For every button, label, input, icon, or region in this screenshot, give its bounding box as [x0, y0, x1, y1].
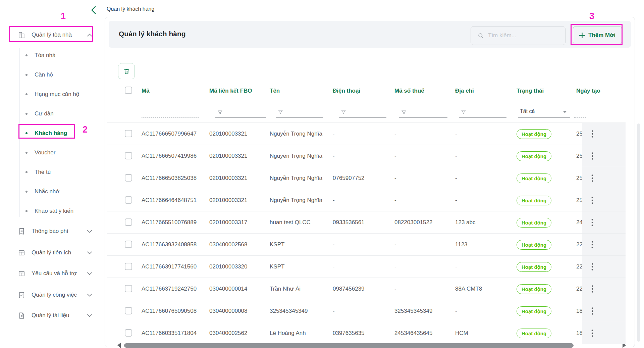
- sidebar-subitem[interactable]: Nhắc nhở: [0, 182, 100, 201]
- row-menu-button[interactable]: [582, 145, 626, 167]
- document-check-icon: [17, 291, 25, 299]
- row-menu-button[interactable]: [582, 278, 626, 300]
- table-row: AC117660335171804030400002562Lê Hoàng An…: [107, 322, 626, 344]
- row-menu-button[interactable]: [582, 256, 626, 278]
- row-checkbox[interactable]: [125, 329, 132, 337]
- row-menu-button[interactable]: [582, 300, 626, 322]
- app-screen: Quản lý tòa nhà Tòa nhàCăn hộHạng mục că…: [0, 0, 644, 348]
- cell-code: AC117666507996647: [142, 123, 197, 145]
- sidebar-subitem[interactable]: Tòa nhà: [0, 46, 100, 65]
- bullet-icon: [25, 152, 28, 154]
- sidebar-item-fee-notice[interactable]: Thông báo phí: [0, 222, 100, 240]
- cell-status: Hoạt động: [517, 300, 551, 322]
- sidebar-subitem[interactable]: Cư dân: [0, 104, 100, 123]
- status-badge: Hoạt động: [517, 196, 551, 205]
- sidebar-subitem[interactable]: Khảo sát ý kiến: [0, 201, 100, 221]
- row-checkbox[interactable]: [125, 241, 132, 248]
- cell-fbo-link: 020100003321: [209, 189, 247, 211]
- cell-phone: -: [333, 123, 335, 145]
- cell-name: Nguyễn Trọng Nghĩa: [270, 145, 322, 167]
- cell-phone: 0987456239: [333, 278, 365, 300]
- cell-fbo-link: 020100003321: [209, 145, 247, 167]
- cell-address: 88A CMT8: [455, 278, 482, 300]
- search-icon: [478, 33, 484, 39]
- column-header: Mã: [142, 88, 150, 94]
- filter-funnel-icon: [401, 110, 407, 115]
- row-menu-button[interactable]: [582, 234, 626, 256]
- sidebar-subitem[interactable]: Căn hộ: [0, 65, 100, 85]
- cell-address: -: [455, 300, 457, 322]
- sidebar-item-task-management[interactable]: Quản lý công việc: [0, 286, 100, 304]
- column-filter-input[interactable]: [215, 103, 266, 118]
- scroll-left-arrow-icon[interactable]: [117, 343, 121, 348]
- row-checkbox[interactable]: [125, 307, 132, 314]
- column-filter-input[interactable]: [399, 103, 447, 118]
- row-checkbox[interactable]: [125, 152, 132, 159]
- sidebar-subitem[interactable]: Voucher: [0, 143, 100, 162]
- row-menu-button[interactable]: [582, 211, 626, 234]
- sidebar-item-label: Yêu cầu và hỗ trợ: [32, 270, 87, 277]
- horizontal-scrollbar-thumb[interactable]: [124, 343, 574, 348]
- vertical-scrollbar[interactable]: [637, 123, 640, 342]
- sidebar-collapse-button[interactable]: [89, 5, 99, 15]
- trash-icon: [123, 68, 130, 75]
- status-badge: Hoạt động: [517, 284, 551, 294]
- sidebar-top-divider: [0, 21, 100, 21]
- row-menu-button[interactable]: [582, 167, 626, 189]
- column-header: Mã số thuế: [394, 88, 424, 94]
- status-badge: Hoạt động: [517, 129, 551, 139]
- kebab-menu-icon: [591, 152, 593, 160]
- cell-code: AC117666507419986: [142, 145, 197, 167]
- cell-phone: -: [333, 300, 335, 322]
- cell-code: AC117666464648751: [142, 189, 197, 211]
- column-header: Tên: [270, 88, 280, 94]
- filter-funnel-icon: [217, 110, 223, 115]
- chevron-down-icon: [87, 251, 92, 254]
- row-menu-button[interactable]: [582, 123, 626, 145]
- row-checkbox[interactable]: [125, 196, 132, 204]
- sidebar-item-utility-management[interactable]: Quản lý tiện ích: [0, 244, 100, 262]
- row-checkbox[interactable]: [125, 285, 132, 292]
- cell-fbo-link: 030400000014: [209, 278, 247, 300]
- column-filter-input[interactable]: [142, 103, 199, 118]
- cell-tax-code: -: [394, 189, 396, 211]
- select-all-checkbox[interactable]: [125, 87, 132, 94]
- column-filter-input[interactable]: [339, 103, 386, 118]
- cell-status: Hoạt động: [517, 167, 551, 189]
- sidebar-item-document-management[interactable]: Quản lý tài liệu: [0, 306, 100, 325]
- status-badge: Hoạt động: [517, 306, 551, 316]
- column-filter-input[interactable]: [276, 103, 323, 118]
- cell-phone: 0397635635: [333, 322, 365, 344]
- sidebar-subitem[interactable]: Hạng mục căn hộ: [0, 85, 100, 104]
- column-filter-input[interactable]: [574, 103, 586, 118]
- kebab-menu-icon: [591, 218, 593, 227]
- cell-name: Nguyễn Trọng Nghĩa: [270, 189, 322, 211]
- cell-status: Hoạt động: [517, 145, 551, 167]
- kebab-menu-icon: [591, 329, 593, 337]
- cell-tax-code: 082203001522: [394, 211, 432, 234]
- cell-phone: -: [333, 234, 335, 256]
- delete-button[interactable]: [118, 63, 135, 79]
- row-checkbox[interactable]: [125, 174, 132, 182]
- search-input[interactable]: [488, 32, 555, 39]
- cell-fbo-link: 030400000008: [209, 300, 247, 322]
- table-row: AC117666507996647020100003321Nguyễn Trọn…: [107, 123, 626, 145]
- bullet-icon: [25, 113, 28, 115]
- row-checkbox[interactable]: [125, 130, 132, 137]
- cell-status: Hoạt động: [517, 189, 551, 211]
- row-checkbox[interactable]: [125, 263, 132, 270]
- column-filter-input[interactable]: [459, 103, 506, 118]
- sidebar-subitem[interactable]: Thẻ từ: [0, 162, 100, 182]
- sidebar-item-label: Quản lý tiện ích: [32, 249, 87, 256]
- row-checkbox[interactable]: [125, 218, 132, 226]
- row-menu-button[interactable]: [582, 322, 626, 344]
- caret-down-icon: [563, 111, 567, 113]
- sidebar-item-requests-support[interactable]: Yêu cầu và hỗ trợ: [0, 264, 100, 283]
- search-box[interactable]: [471, 26, 566, 45]
- bullet-icon: [25, 210, 28, 212]
- row-menu-button[interactable]: [582, 189, 626, 211]
- table-row: AC117666503825038020100003321Nguyễn Trọn…: [107, 167, 626, 189]
- status-filter-select[interactable]: Tất cả: [518, 103, 570, 118]
- annotation-box-3: [571, 24, 623, 45]
- cell-address: 1123: [455, 234, 468, 256]
